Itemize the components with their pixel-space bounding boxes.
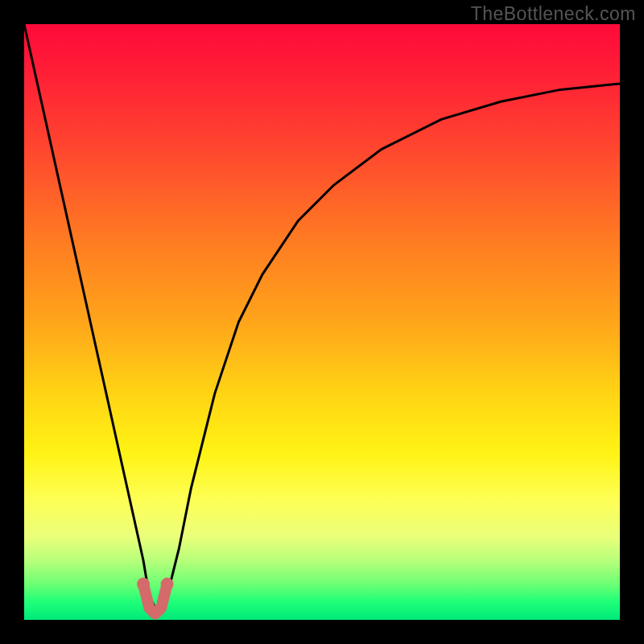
curve-layer — [24, 24, 620, 620]
chart-frame: TheBottleneck.com — [0, 0, 644, 644]
svg-point-0 — [137, 578, 150, 591]
svg-point-1 — [161, 578, 174, 591]
highlight-band — [137, 578, 174, 614]
watermark-text: TheBottleneck.com — [471, 3, 636, 25]
bottleneck-curve — [24, 24, 620, 608]
plot-area — [24, 24, 620, 620]
